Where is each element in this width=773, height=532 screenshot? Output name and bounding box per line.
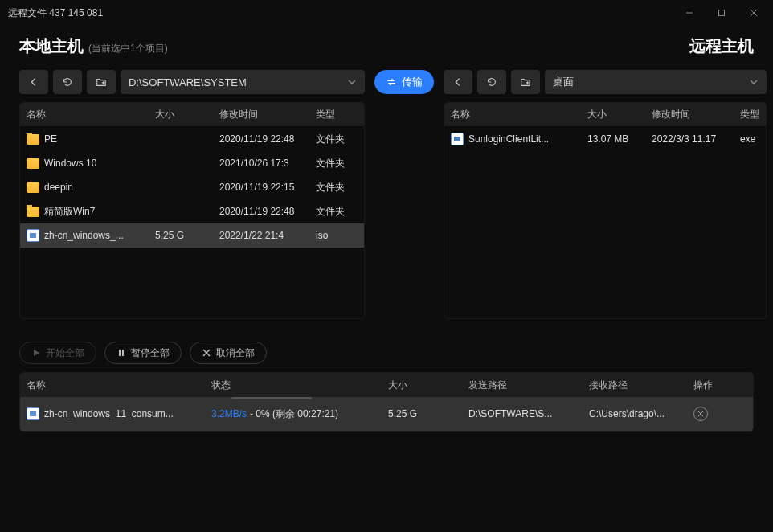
local-refresh-button[interactable] — [53, 70, 82, 94]
svg-rect-5 — [122, 350, 124, 356]
exe-icon — [451, 133, 464, 145]
local-host-subtitle: (当前选中1个项目) — [88, 42, 168, 55]
remote-path-dropdown[interactable]: 桌面 — [545, 70, 767, 94]
start-all-button[interactable]: 开始全部 — [19, 342, 96, 364]
iso-icon — [27, 229, 39, 242]
play-icon — [31, 348, 41, 358]
svg-rect-4 — [119, 350, 121, 356]
file-row[interactable]: zh-cn_windows_...5.25 G2022/1/22 21:4iso — [20, 223, 364, 248]
tcol-op[interactable]: 操作 — [687, 379, 753, 392]
window-title: 远程文件 437 145 081 — [8, 6, 103, 20]
col-modified[interactable]: 修改时间 — [213, 108, 309, 121]
close-button[interactable] — [738, 1, 770, 25]
folder-icon — [27, 207, 39, 217]
local-file-table: 名称 大小 修改时间 类型 PE2020/11/19 22:48文件夹Windo… — [19, 102, 365, 319]
col-name[interactable]: 名称 — [444, 108, 581, 121]
tcol-status[interactable]: 状态 — [205, 379, 382, 392]
minimize-button[interactable] — [673, 1, 706, 25]
remote-refresh-button[interactable] — [477, 70, 506, 94]
remote-newfolder-button[interactable] — [511, 70, 540, 94]
titlebar: 远程文件 437 145 081 — [0, 0, 773, 26]
transfer-speed: 3.2MB/s — [211, 408, 247, 419]
chevron-down-icon — [347, 77, 357, 87]
tcol-send[interactable]: 发送路径 — [462, 379, 583, 392]
col-type[interactable]: 类型 — [734, 108, 766, 121]
file-row[interactable]: deepin2020/11/19 22:15文件夹 — [20, 175, 364, 199]
col-modified[interactable]: 修改时间 — [645, 108, 734, 121]
local-path-dropdown[interactable]: D:\SOFTWARE\SYSTEM — [121, 70, 365, 94]
remote-host-title: 远程主机 — [689, 35, 754, 57]
folder-icon — [27, 182, 39, 193]
folder-icon — [27, 134, 39, 145]
local-back-button[interactable] — [19, 70, 48, 94]
tcol-recv[interactable]: 接收路径 — [583, 379, 687, 392]
pause-all-button[interactable]: 暂停全部 — [104, 342, 182, 364]
remote-back-button[interactable] — [444, 70, 472, 94]
transfer-button[interactable]: 传输 — [374, 70, 434, 94]
iso-icon — [27, 407, 39, 420]
file-row[interactable]: PE2020/11/19 22:48文件夹 — [20, 127, 364, 151]
transfer-label: 传输 — [402, 75, 423, 89]
col-size[interactable]: 大小 — [149, 108, 213, 121]
remote-file-table: 名称 大小 修改时间 类型 SunloginClientLit...13.07 … — [444, 102, 767, 319]
transfer-progress: - 0% (剩余 00:27:21) — [250, 407, 338, 421]
cancel-transfer-button[interactable] — [693, 407, 708, 421]
transfer-queue-table: 名称 状态 大小 发送路径 接收路径 操作 zh-cn_windows_11_c… — [19, 372, 754, 432]
local-host-title: 本地主机 — [19, 35, 84, 57]
tcol-name[interactable]: 名称 — [20, 379, 205, 392]
transfer-row[interactable]: zh-cn_windows_11_consum...3.2MB/s - 0% (… — [20, 397, 753, 431]
local-path-text: D:\SOFTWARE\SYSTEM — [129, 76, 247, 88]
transfer-icon — [386, 76, 397, 88]
folder-icon — [27, 158, 39, 169]
maximize-button[interactable] — [706, 1, 738, 25]
col-size[interactable]: 大小 — [581, 108, 645, 121]
cancel-all-button[interactable]: 取消全部 — [190, 342, 267, 364]
file-row[interactable]: SunloginClientLit...13.07 MB2022/3/3 11:… — [444, 127, 766, 151]
chevron-down-icon — [749, 77, 759, 87]
file-row[interactable]: Windows 102021/10/26 17:3文件夹 — [20, 151, 364, 175]
tcol-size[interactable]: 大小 — [382, 379, 462, 392]
col-type[interactable]: 类型 — [309, 108, 364, 121]
svg-rect-1 — [719, 10, 725, 16]
window-controls — [673, 1, 770, 25]
remote-path-text: 桌面 — [553, 75, 574, 89]
file-row[interactable]: 精简版Win72020/11/19 22:48文件夹 — [20, 199, 364, 223]
local-newfolder-button[interactable] — [87, 70, 116, 94]
cancel-icon — [202, 348, 211, 358]
pause-icon — [117, 348, 126, 358]
col-name[interactable]: 名称 — [20, 108, 149, 121]
